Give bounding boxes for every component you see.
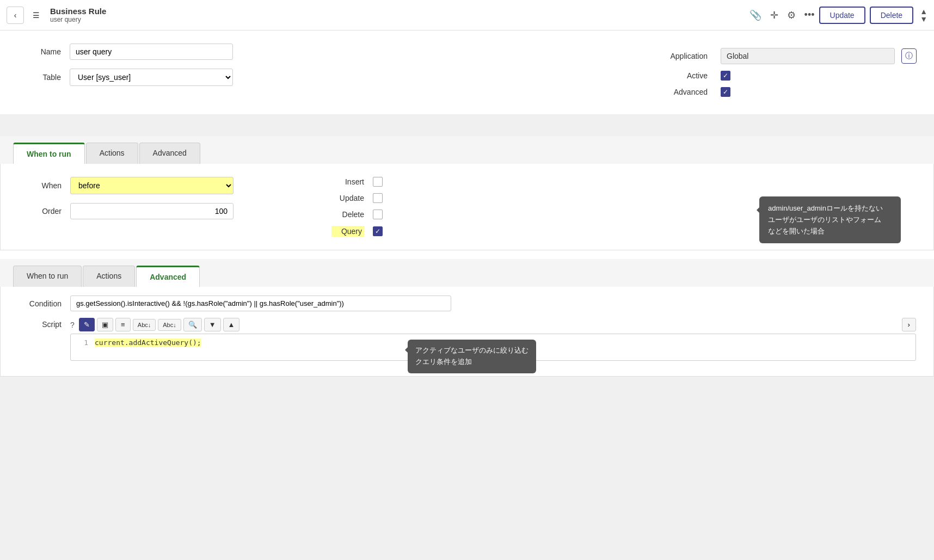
- order-input[interactable]: [70, 203, 234, 219]
- when-to-run-content: When before after async Order Insert: [0, 164, 934, 250]
- back-button[interactable]: ‹: [7, 7, 24, 24]
- line-number-1: 1: [75, 339, 88, 347]
- order-label: Order: [18, 207, 62, 216]
- name-input[interactable]: [70, 44, 233, 60]
- bottom-tab-actions[interactable]: Actions: [83, 266, 135, 287]
- delete-button[interactable]: Delete: [870, 7, 913, 24]
- script-tool-text2[interactable]: Abc↓: [158, 319, 181, 331]
- table-label: Table: [17, 73, 61, 82]
- when-select[interactable]: before after async: [70, 177, 234, 194]
- header-title: Business Rule user query: [50, 7, 106, 23]
- nav-arrows: ▲ ▼: [920, 8, 927, 23]
- name-row: Name: [17, 44, 648, 60]
- back-icon: ‹: [14, 11, 17, 20]
- plus-icon[interactable]: ✛: [770, 9, 778, 21]
- active-label: Active: [648, 71, 708, 80]
- header-icons: 📎 ✛ ⚙ •••: [749, 9, 815, 21]
- tab-advanced[interactable]: Advanced: [139, 143, 200, 164]
- callout-text-2: アクティブなユーザのみに絞り込むクエリ条件を追加: [415, 346, 529, 366]
- line-code-1: current.addActiveQuery();: [95, 339, 201, 347]
- code-highlight: current.addActiveQuery();: [95, 339, 201, 347]
- advanced-label: Advanced: [648, 88, 708, 96]
- script-tool-comment[interactable]: ▣: [97, 318, 113, 331]
- header-title-sub: user query: [50, 16, 106, 23]
- attachment-icon[interactable]: 📎: [749, 9, 761, 21]
- script-expand-button[interactable]: ›: [902, 318, 916, 331]
- script-row: Script ? ✎ ▣ ≡ Abc↓ Abc↓ 🔍 ▼ ▲ ›: [18, 318, 916, 361]
- tab-actions[interactable]: Actions: [86, 143, 138, 164]
- hamburger-icon: ☰: [33, 11, 40, 20]
- bottom-tabs: When to run Actions Advanced: [13, 266, 934, 287]
- script-tool-pen[interactable]: ✎: [79, 318, 95, 331]
- update-checkbox[interactable]: [373, 193, 383, 203]
- when-label: When: [18, 181, 62, 190]
- help-icon[interactable]: ?: [70, 321, 75, 329]
- header-title-main: Business Rule: [50, 7, 106, 16]
- name-label: Name: [17, 47, 61, 56]
- top-tabs: When to run Actions Advanced: [13, 143, 934, 164]
- insert-label: Insert: [331, 177, 364, 186]
- order-row: Order: [18, 203, 234, 219]
- condition-row: Condition: [18, 296, 916, 311]
- tab-when-to-run[interactable]: When to run: [13, 143, 85, 164]
- table-row: Table User [sys_user]: [17, 69, 648, 86]
- main-form: Name Table User [sys_user] Application G…: [0, 30, 934, 106]
- callout-text-1: admin/user_adminロールを持たないユーザがユーザのリストやフォーム…: [768, 204, 883, 235]
- application-row: Application Global ⓘ: [648, 48, 917, 64]
- divider: [0, 114, 934, 136]
- script-label: Script: [18, 318, 62, 329]
- condition-input[interactable]: [70, 296, 451, 311]
- menu-button[interactable]: ☰: [28, 8, 44, 23]
- more-icon[interactable]: •••: [804, 9, 815, 21]
- update-label: Update: [331, 194, 364, 202]
- bottom-tab-when[interactable]: When to run: [13, 266, 82, 287]
- script-tool-down[interactable]: ▼: [204, 318, 221, 331]
- right-form: Application Global ⓘ Active Advanced: [648, 48, 917, 97]
- header: ‹ ☰ Business Rule user query 📎 ✛ ⚙ ••• U…: [0, 0, 934, 30]
- right-checkboxes: Insert Update Delete Query: [331, 177, 383, 237]
- arrow-up-button[interactable]: ▲: [920, 8, 927, 15]
- query-checkbox[interactable]: [373, 226, 383, 236]
- advanced-row: Advanced: [648, 87, 917, 97]
- settings-icon[interactable]: ⚙: [787, 9, 796, 21]
- script-tool-search[interactable]: 🔍: [183, 318, 202, 331]
- bottom-tab-advanced[interactable]: Advanced: [136, 266, 200, 287]
- update-button[interactable]: Update: [819, 7, 865, 24]
- info-button[interactable]: ⓘ: [901, 48, 917, 64]
- active-checkbox[interactable]: [721, 71, 730, 81]
- application-value: Global: [721, 48, 895, 64]
- script-toolbar: ? ✎ ▣ ≡ Abc↓ Abc↓ 🔍 ▼ ▲ ›: [70, 318, 916, 331]
- advanced-checkbox[interactable]: [721, 87, 730, 97]
- table-select[interactable]: User [sys_user]: [70, 69, 233, 86]
- condition-label: Condition: [18, 299, 62, 308]
- script-tool-up[interactable]: ▲: [223, 318, 240, 331]
- insert-row: Insert: [331, 177, 383, 187]
- insert-checkbox[interactable]: [373, 177, 383, 187]
- query-row: Query: [331, 226, 383, 237]
- delete-row: Delete: [331, 210, 383, 219]
- script-tool-list[interactable]: ≡: [115, 318, 131, 331]
- advanced-content: Condition Script ? ✎ ▣ ≡ Abc↓ Abc↓ 🔍 ▼ ▲…: [0, 287, 934, 377]
- script-tool-text1[interactable]: Abc↓: [133, 319, 156, 331]
- callout-tooltip-2: アクティブなユーザのみに絞り込むクエリ条件を追加: [408, 340, 536, 373]
- arrow-down-button[interactable]: ▼: [920, 15, 927, 23]
- delete-checkbox[interactable]: [373, 210, 383, 219]
- application-label: Application: [648, 52, 708, 60]
- active-row: Active: [648, 71, 917, 81]
- update-row: Update: [331, 193, 383, 203]
- when-field-row: When before after async: [18, 177, 234, 194]
- query-label: Query: [331, 226, 364, 237]
- callout-tooltip-1: admin/user_adminロールを持たないユーザがユーザのリストやフォーム…: [759, 196, 901, 243]
- delete-label: Delete: [331, 210, 364, 219]
